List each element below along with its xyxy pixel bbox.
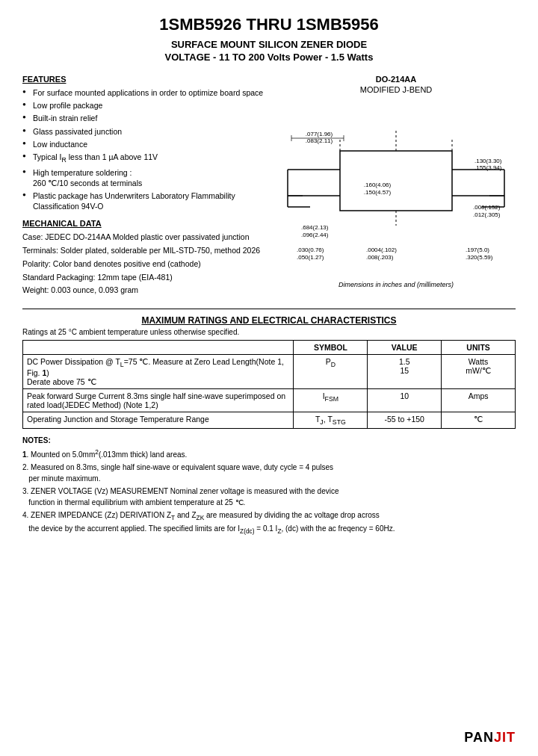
svg-text:.150(4.57): .150(4.57)	[364, 189, 392, 196]
svg-text:.012(.305): .012(.305)	[473, 211, 501, 218]
svg-rect-0	[340, 151, 452, 211]
mech-polarity: Polarity: Color band denotes positive en…	[22, 258, 269, 270]
svg-text:.008(.203): .008(.203)	[366, 254, 394, 261]
svg-text:.160(4.06): .160(4.06)	[364, 182, 392, 188]
svg-text:.006(.152): .006(.152)	[473, 204, 501, 211]
svg-text:.155(3.94): .155(3.94)	[474, 164, 502, 171]
subtitle: SURFACE MOUNT SILICON ZENER DIODE	[22, 39, 516, 50]
mech-weight: Weight: 0.003 ounce, 0.093 gram	[22, 285, 269, 296]
mech-packaging: Standard Packaging: 12mm tape (EIA-481)	[22, 272, 269, 283]
feature-item: Low inductance	[22, 139, 269, 149]
svg-text:.096(2.44): .096(2.44)	[301, 232, 329, 238]
package-diagram: .077(1.96) .083(2.11) .130(3.30) .155(3.…	[280, 99, 512, 278]
svg-text:.0004(.102): .0004(.102)	[366, 247, 397, 253]
feature-item: Plastic package has Underwriters Laborat…	[22, 190, 269, 211]
table-header: MAXIMUM RATINGS AND ELECTRICAL CHARACTER…	[22, 315, 516, 326]
row-symbol: PD	[294, 354, 368, 388]
row-value: 1.515	[368, 354, 442, 388]
svg-text:.197(5.0): .197(5.0)	[466, 247, 489, 253]
row-symbol: TJ, TSTG	[294, 412, 368, 428]
feature-item: Built-in strain relief	[22, 113, 269, 123]
feature-item: For surface mounted applications in orde…	[22, 87, 269, 98]
row-desc: Peak forward Surge Current 8.3ms single …	[23, 388, 294, 412]
note-3: 3. ZENER VOLTAGE (Vz) MEASUREMENT Nomina…	[22, 486, 516, 508]
row-value: -55 to +150	[368, 412, 442, 428]
features-list: For surface mounted applications in orde…	[22, 87, 269, 211]
svg-text:.130(3.30): .130(3.30)	[474, 158, 502, 164]
col-symbol: SYMBOL	[294, 340, 368, 354]
svg-text:.050(1.27): .050(1.27)	[297, 254, 324, 261]
note-1: 1. Mounted on 5.0mm2(.013mm thick) land …	[22, 447, 516, 460]
features-header: FEATURES	[22, 75, 269, 84]
svg-text:.077(1.96): .077(1.96)	[306, 131, 333, 137]
row-symbol: IFSM	[294, 388, 368, 412]
feature-item: Glass passivated junction	[22, 126, 269, 137]
brand-jit: JIT	[494, 730, 516, 745]
row-units: ℃	[442, 412, 516, 428]
row-desc: DC Power Dissipation @ TL=75 ℃. Measure …	[23, 354, 294, 388]
brand-pan: PAN	[464, 730, 494, 745]
row-value: 10	[368, 388, 442, 412]
main-title: 1SMB5926 THRU 1SMB5956	[22, 15, 516, 34]
col-value: VALUE	[368, 340, 442, 354]
svg-text:.684(2.13): .684(2.13)	[301, 224, 329, 231]
row-units: Amps	[442, 388, 516, 412]
brand-logo: PANJIT	[464, 730, 516, 746]
table-note: Ratings at 25 °C ambient temperature unl…	[22, 328, 516, 336]
table-row: DC Power Dissipation @ TL=75 ℃. Measure …	[23, 354, 516, 388]
note-4: 4. ZENER IMPEDANCE (Zz) DERIVATION ZT an…	[22, 509, 516, 536]
row-desc: Operating Junction and Storage Temperatu…	[23, 412, 294, 428]
row-units: WattsmW/℃	[442, 354, 516, 388]
ratings-table: SYMBOL VALUE UNITS DC Power Dissipation …	[22, 340, 516, 429]
svg-text:.320(5.59): .320(5.59)	[466, 254, 493, 261]
note-2: 2. Measured on 8.3ms, single half sine-w…	[22, 462, 516, 484]
table-row: Peak forward Surge Current 8.3ms single …	[23, 388, 516, 412]
table-row: Operating Junction and Storage Temperatu…	[23, 412, 516, 428]
col-units: UNITS	[442, 340, 516, 354]
mech-case: Case: JEDEC DO-214AA Molded plastic over…	[22, 232, 269, 243]
svg-text:.083(2.11): .083(2.11)	[306, 137, 333, 144]
package-name: DO-214AA	[276, 75, 516, 84]
col-desc	[23, 340, 294, 354]
mech-terminals: Terminals: Solder plated, solderable per…	[22, 245, 269, 256]
package-type: MODIFIED J-BEND	[276, 85, 516, 94]
svg-text:.030(0.76): .030(0.76)	[297, 247, 324, 253]
mechanical-header: MECHANICAL DATA	[22, 219, 269, 228]
notes-header: NOTES:	[22, 435, 516, 446]
feature-item: High temperature soldering :260 ℃/10 sec…	[22, 167, 269, 188]
dimensions-note: Dimensions in inches and (millimeters)	[276, 281, 516, 288]
feature-item: Low profile package	[22, 100, 269, 111]
notes-section: NOTES: 1. Mounted on 5.0mm2(.013mm thick…	[22, 435, 516, 536]
feature-item: Typical IR less than 1 µA above 11V	[22, 152, 269, 165]
voltage-line: VOLTAGE - 11 TO 200 Volts Power - 1.5 Wa…	[22, 52, 516, 63]
